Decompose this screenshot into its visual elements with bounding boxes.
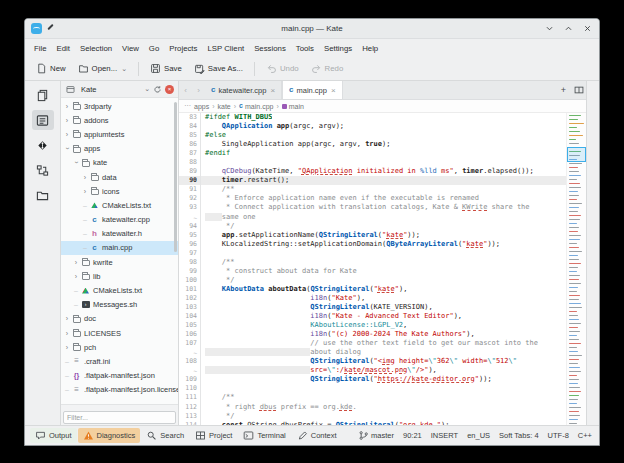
statusbar-project-button[interactable]: Project	[190, 428, 237, 443]
code-line-88[interactable]: 88	[179, 158, 586, 167]
save-as-button[interactable]: Save As...	[189, 60, 248, 77]
status-tab-settings[interactable]: Soft Tabs: 4	[499, 431, 538, 440]
code-view[interactable]: 83#ifdef WITH_DBUS84 QApplication app(ar…	[179, 113, 586, 425]
status-encoding[interactable]: UTF-8	[548, 431, 569, 440]
tree-item-licenses[interactable]: ›LICENSES	[61, 326, 178, 340]
tree-item-katewaiter.cpp[interactable]: –ckatewaiter.cpp	[61, 213, 178, 227]
tab-back-button[interactable]: ‹	[179, 81, 192, 99]
tree-item-data[interactable]: ›data	[61, 170, 178, 184]
tree-item-lib[interactable]: ›lib	[61, 269, 178, 283]
code-line-97[interactable]: 97	[179, 249, 586, 258]
filter-input[interactable]	[63, 411, 176, 424]
menu-edit[interactable]: Edit	[52, 42, 75, 55]
code-line-105[interactable]: 105 KAboutLicense::LGPL_V2,	[179, 321, 586, 330]
tree-item-cmakelists.txt[interactable]: –CMakeLists.txt	[61, 198, 178, 212]
code-line-109[interactable]: 109 QStringLiteral("https://kate-editor.…	[179, 375, 586, 384]
sidebar-tool-git[interactable]	[32, 135, 54, 155]
tab-katewaiter.cpp[interactable]: ckatewaiter.cpp×	[205, 81, 282, 99]
chevron-collapsed-icon[interactable]: ›	[63, 315, 71, 322]
chevron-expanded-icon[interactable]: ›	[64, 145, 71, 153]
new-button[interactable]: New	[31, 60, 71, 77]
menu-help[interactable]: Help	[357, 42, 383, 55]
chevron-collapsed-icon[interactable]: ›	[63, 330, 71, 337]
code-line-wrap[interactable]: ~ src=\":/kate/mascot.png\"/>"),	[179, 366, 586, 375]
menu-lsp-client[interactable]: LSP Client	[202, 42, 249, 55]
code-line-90[interactable]: 90 timer.restart();	[179, 176, 586, 185]
code-line-111[interactable]: 111 /**	[179, 393, 586, 402]
tree-scrollbar[interactable]	[174, 102, 177, 252]
chevron-collapsed-icon[interactable]: ›	[63, 131, 71, 138]
tree-item-.flatpak-manifest.json[interactable]: –{}.flatpak-manifest.json	[61, 369, 178, 383]
tree-item-appiumtests[interactable]: ›appiumtests	[61, 127, 178, 141]
code-line-95[interactable]: 95 app.setApplicationName(QStringLiteral…	[179, 231, 586, 240]
menu-file[interactable]: File	[29, 42, 52, 55]
code-line-wrap[interactable]: ~ about dialog	[179, 348, 586, 357]
status-syntax-mode[interactable]: C++	[578, 431, 592, 440]
code-line-86[interactable]: 86 SingleApplication app(argc, argv, tru…	[179, 140, 586, 149]
code-line-112[interactable]: 112 * right dbus prefix == org.kde.	[179, 403, 586, 412]
menu-view[interactable]: View	[117, 42, 144, 55]
code-line-104[interactable]: 104 i18n("Kate - Advanced Text Editor"),	[179, 312, 586, 321]
tree-item-cmakelists.txt[interactable]: –CMakeLists.txt	[61, 283, 178, 297]
tab-forward-button[interactable]: ›	[192, 81, 205, 99]
status-cursor-position[interactable]: 90:21	[403, 431, 422, 440]
status-git-branch[interactable]: master	[358, 430, 394, 441]
code-line-85[interactable]: 85#else	[179, 131, 586, 140]
chevron-collapsed-icon[interactable]: ›	[72, 273, 80, 280]
breadcrumb-item-main[interactable]: main	[282, 103, 304, 110]
code-line-94[interactable]: 94 */	[179, 222, 586, 231]
code-line-91[interactable]: 91 /**	[179, 185, 586, 194]
chevron-expanded-icon[interactable]: ›	[73, 159, 80, 167]
code-line-107[interactable]: 107 // use the other text field to get o…	[179, 339, 586, 348]
chevron-collapsed-icon[interactable]: ›	[63, 344, 71, 351]
tree-item-kwrite[interactable]: ›kwrite	[61, 255, 178, 269]
breadcrumb-overflow-icon[interactable]: ⋯	[184, 102, 191, 110]
sidebar-tool-documents[interactable]	[32, 85, 54, 105]
code-line-98[interactable]: 98 /**	[179, 258, 586, 267]
breadcrumb-item-apps[interactable]: apps	[194, 103, 209, 110]
tab-main.cpp[interactable]: cmain.cpp×	[282, 81, 343, 99]
chevron-collapsed-icon[interactable]: ›	[63, 103, 71, 110]
tree-item-pch[interactable]: ›pch	[61, 340, 178, 354]
code-line-108[interactable]: 108 QStringLiteral("<img height=\"362\" …	[179, 357, 586, 366]
code-line-100[interactable]: 100 */	[179, 276, 586, 285]
code-line-113[interactable]: 113 */	[179, 412, 586, 421]
code-line-110[interactable]: 110	[179, 384, 586, 393]
menu-selection[interactable]: Selection	[75, 42, 117, 55]
sidebar-tool-project[interactable]	[32, 110, 54, 130]
chevron-down-icon[interactable]: ⌄	[121, 65, 127, 73]
menu-settings[interactable]: Settings	[319, 42, 357, 55]
project-selector[interactable]: Kate	[81, 85, 141, 94]
open-button[interactable]: Open...⌄	[73, 60, 132, 77]
statusbar-context-button[interactable]: Context	[292, 428, 342, 443]
code-line-92[interactable]: 92 * Enforce application name even if th…	[179, 194, 586, 203]
chevron-down-icon[interactable]: ⌄	[144, 85, 150, 93]
minimap-viewport[interactable]	[567, 147, 586, 162]
sidebar-tool-filesystem[interactable]	[32, 185, 54, 205]
menu-projects[interactable]: Projects	[164, 42, 202, 55]
statusbar-diagnostics-button[interactable]: Diagnostics	[78, 428, 141, 443]
close-tab-icon[interactable]: ×	[270, 86, 275, 95]
tree-item-addons[interactable]: ›addons	[61, 113, 178, 127]
tree-item-apps[interactable]: ›apps	[61, 142, 178, 156]
code-line-83[interactable]: 83#ifdef WITH_DBUS	[179, 113, 586, 122]
code-line-103[interactable]: 103 QStringLiteral(KATE_VERSION),	[179, 303, 586, 312]
code-line-96[interactable]: 96 KLocalizedString::setApplicationDomai…	[179, 240, 586, 249]
code-line-87[interactable]: 87#endif	[179, 149, 586, 158]
menu-go[interactable]: Go	[144, 42, 164, 55]
close-project-button[interactable]: ×	[165, 85, 174, 94]
reload-project-button[interactable]	[153, 85, 162, 94]
code-line-99[interactable]: 99 * construct about data for Kate	[179, 267, 586, 276]
tree-item-katewaiter.h[interactable]: –hkatewaiter.h	[61, 227, 178, 241]
code-line-114[interactable]: 114 const QString dbusPrefix = QStringLi…	[179, 421, 586, 425]
menu-tools[interactable]: Tools	[291, 42, 319, 55]
tree-item-.flatpak-manifest.json.license[interactable]: –≡.flatpak-manifest.json.license	[61, 383, 178, 397]
tree-item-kate[interactable]: ›kate	[61, 156, 178, 170]
tree-item-doc[interactable]: ›doc	[61, 312, 178, 326]
close-tab-icon[interactable]: ×	[331, 86, 336, 95]
new-tab-button[interactable]: +	[556, 81, 571, 99]
tree-item-3rdparty[interactable]: ›3rdparty	[61, 99, 178, 113]
code-line-89[interactable]: 89 qCDebug(KateTime, "QApplication initi…	[179, 167, 586, 176]
chevron-collapsed-icon[interactable]: ›	[72, 259, 80, 266]
tree-item-messages.sh[interactable]: –›Messages.sh	[61, 298, 178, 312]
